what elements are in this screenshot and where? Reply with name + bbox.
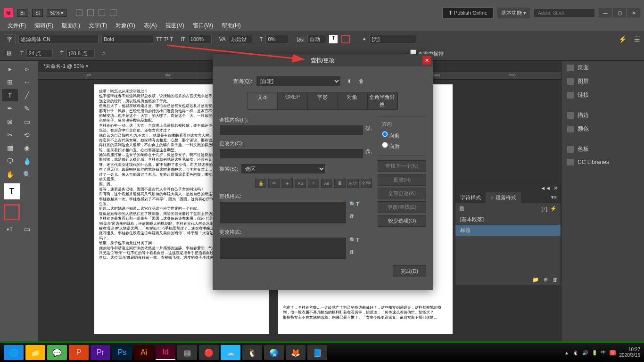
publish-online-button[interactable]: ⬆ Publish Online <box>442 8 494 18</box>
tray-qq-icon[interactable]: 🐧 <box>573 350 578 355</box>
change-format-box[interactable] <box>219 237 347 260</box>
gap-tool[interactable]: ↔ <box>19 76 35 88</box>
menu-view[interactable]: 视图(V) <box>162 20 188 32</box>
save-query-icon[interactable]: ⬆ <box>345 78 353 84</box>
cc-libraries-panel[interactable]: CC Libraries <box>561 156 644 168</box>
opt-fullhalf-icon[interactable]: 全/半 <box>361 179 372 188</box>
para-mode[interactable]: 段 <box>4 49 15 58</box>
vscale-field[interactable] <box>188 35 212 43</box>
task-app2[interactable]: 🔴 <box>199 345 219 360</box>
tray-clock[interactable]: 10:27 2020/3/15 <box>619 347 641 358</box>
menu-object[interactable]: 对象(O) <box>112 20 139 32</box>
font-weight-field[interactable] <box>101 35 153 43</box>
view-icon-3[interactable] <box>99 9 105 16</box>
font-size-field[interactable] <box>26 49 53 58</box>
task-edge[interactable]: 🌐 <box>4 345 24 360</box>
font-family-field[interactable] <box>18 35 99 43</box>
gradient-tool[interactable]: ▦ <box>2 142 18 154</box>
type-tool[interactable]: T <box>2 89 18 101</box>
panel-menu-icon[interactable]: ▾≡ <box>547 192 561 203</box>
tab-glyph[interactable]: 字形 <box>308 92 338 109</box>
view-icon-4[interactable] <box>110 9 116 16</box>
menu-window[interactable]: 窗口(W) <box>189 20 217 32</box>
rect-tool[interactable]: ▭ <box>19 115 35 128</box>
line-tool[interactable]: ╱ <box>19 89 35 101</box>
pen-tool[interactable]: ✒ <box>2 102 18 115</box>
title-para-style[interactable]: 标题 <box>455 225 561 236</box>
task-premiere[interactable]: Pr <box>91 345 110 360</box>
find-format-specify-icon[interactable]: 🔍T <box>349 201 359 207</box>
layers-panel[interactable]: 图层 <box>561 74 644 88</box>
find-format-clear-icon[interactable]: 🗑 <box>349 213 359 219</box>
task-app5[interactable]: 📘 <box>307 345 327 360</box>
zoom-select[interactable]: 50% ▾ <box>47 9 66 17</box>
workspace-select[interactable]: 基本功能 ▾ <box>497 8 530 18</box>
new-style-icon[interactable]: ⊕ <box>544 277 548 283</box>
gradient-feather-tool[interactable]: ◉ <box>19 142 35 154</box>
links-panel[interactable]: 链接 <box>561 88 644 102</box>
close-icon[interactable]: ✕ <box>627 8 640 17</box>
forward-radio[interactable] <box>382 131 388 137</box>
task-illustrator[interactable]: Ai <box>134 345 154 360</box>
opt-width-icon[interactable]: ≣ <box>334 179 346 188</box>
style-field[interactable] <box>369 35 416 43</box>
task-explorer[interactable]: 📁 <box>25 345 45 360</box>
auto-field[interactable] <box>307 35 326 43</box>
delete-query-icon[interactable]: 🗑 <box>357 78 365 84</box>
panel-close-icon[interactable]: ✕ <box>553 185 558 191</box>
task-qq[interactable]: 🐧 <box>242 345 262 360</box>
change-all-button[interactable]: 全部更改(A) <box>378 188 426 199</box>
menu-table[interactable]: 表(A) <box>140 20 161 32</box>
tray-ime-icon[interactable]: 中 <box>601 349 606 356</box>
eyedropper-tool[interactable]: 💧 <box>19 155 35 167</box>
find-special-icon[interactable]: @, <box>365 125 372 135</box>
delete-style-icon[interactable]: 🗑 <box>553 277 558 283</box>
query-select[interactable]: [自定] <box>256 76 341 86</box>
menu-edit[interactable]: 编辑(E) <box>31 20 57 32</box>
change-format-specify-icon[interactable]: 🔍T <box>349 237 359 243</box>
zoom-tool[interactable]: 🔍 <box>19 168 35 181</box>
task-ppt[interactable]: P <box>69 345 89 360</box>
task-photoshop[interactable]: Ps <box>112 345 132 360</box>
selection-tool[interactable]: ▸ <box>2 63 18 75</box>
find-input[interactable] <box>219 125 363 135</box>
para-styles-tab[interactable]: ○段落样式 <box>486 192 521 203</box>
transform-tool[interactable]: ⟲ <box>19 129 35 141</box>
tracking-field[interactable] <box>265 35 289 43</box>
find-format-box[interactable] <box>219 201 347 224</box>
stroke-panel[interactable]: 描边 <box>561 108 644 122</box>
bridge-button[interactable]: Br <box>17 9 28 17</box>
minimize-icon[interactable]: — <box>599 8 612 17</box>
search-scope-select[interactable]: 选区 <box>241 164 326 174</box>
change-button[interactable]: 更改(H) <box>378 174 426 186</box>
clear-override-icon[interactable]: ⚡ <box>550 206 557 212</box>
tab-grep[interactable]: GREP <box>278 92 307 109</box>
change-format-clear-icon[interactable]: 🗑 <box>349 249 359 255</box>
done-button[interactable]: 完成(D) <box>393 265 426 277</box>
find-next-button[interactable]: 查找下一个(N) <box>378 160 426 172</box>
menu-layout[interactable]: 版面(L) <box>58 20 84 32</box>
color-panel[interactable]: 颜色 <box>561 122 644 136</box>
tray-sogou-icon[interactable]: S <box>610 350 616 355</box>
change-find-button[interactable]: 更改/查找(E) <box>378 201 426 213</box>
view-icon-1[interactable] <box>76 9 83 16</box>
char-styles-tab[interactable]: 字符样式 <box>455 192 486 203</box>
task-wechat[interactable]: 💬 <box>47 345 67 360</box>
stock-button[interactable]: St <box>32 9 43 17</box>
leading-field[interactable] <box>66 49 95 58</box>
fill-t-icon[interactable]: T <box>329 35 338 43</box>
hand-tool[interactable]: ✋ <box>2 168 18 181</box>
tray-vol-icon[interactable]: 🔊 <box>582 350 588 355</box>
menu-type[interactable]: 文字(T) <box>85 20 111 32</box>
task-app4[interactable]: 🦊 <box>286 345 305 360</box>
pencil-tool[interactable]: ✎ <box>19 102 35 115</box>
maximize-icon[interactable]: ▢ <box>613 8 626 17</box>
view-icon-2[interactable] <box>87 9 94 16</box>
note-tool[interactable]: 🗨 <box>2 155 18 167</box>
view-mode-icon[interactable]: ▭ <box>19 223 35 235</box>
task-chrome[interactable]: 🌏 <box>264 345 284 360</box>
fewer-options-button[interactable]: 较少选项(O) <box>378 215 426 227</box>
task-app1[interactable]: ▦ <box>177 345 197 360</box>
opt-lock-icon[interactable]: 🔒 <box>255 179 266 188</box>
menu-file[interactable]: 文件(F) <box>4 20 30 32</box>
